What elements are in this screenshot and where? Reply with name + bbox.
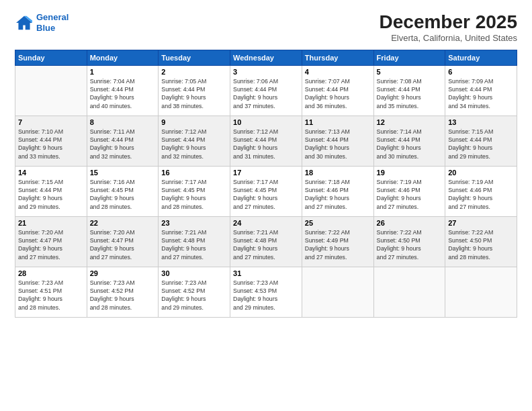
title-block: December 2025 Elverta, California, Unite… [380,12,517,43]
day-number: 31 [233,269,299,277]
calendar-cell: 20Sunrise: 7:19 AMSunset: 4:46 PMDayligh… [445,166,517,216]
day-info: Sunrise: 7:14 AMSunset: 4:44 PMDaylight:… [377,128,443,161]
day-number: 26 [377,219,443,227]
day-number: 30 [161,269,227,277]
day-number: 15 [90,169,156,177]
calendar-cell: 16Sunrise: 7:17 AMSunset: 4:45 PMDayligh… [159,166,230,216]
calendar-header-sunday: Sunday [15,50,87,65]
day-info: Sunrise: 7:19 AMSunset: 4:46 PMDaylight:… [377,178,443,211]
day-number: 11 [305,118,371,126]
day-info: Sunrise: 7:04 AMSunset: 4:44 PMDaylight:… [90,77,156,110]
calendar-cell: 13Sunrise: 7:15 AMSunset: 4:44 PMDayligh… [445,116,517,166]
calendar-week-row: 28Sunrise: 7:23 AMSunset: 4:51 PMDayligh… [15,267,517,317]
calendar-cell: 2Sunrise: 7:05 AMSunset: 4:44 PMDaylight… [159,65,230,116]
calendar-cell: 18Sunrise: 7:18 AMSunset: 4:46 PMDayligh… [302,166,373,216]
subtitle: Elverta, California, United States [380,33,517,43]
calendar-week-row: 21Sunrise: 7:20 AMSunset: 4:47 PMDayligh… [15,216,517,267]
calendar-cell: 29Sunrise: 7:23 AMSunset: 4:52 PMDayligh… [87,267,159,317]
day-number: 29 [90,269,156,277]
day-info: Sunrise: 7:22 AMSunset: 4:50 PMDaylight:… [448,228,514,261]
calendar-cell: 14Sunrise: 7:15 AMSunset: 4:44 PMDayligh… [15,166,87,216]
calendar-cell: 1Sunrise: 7:04 AMSunset: 4:44 PMDaylight… [87,65,159,116]
day-info: Sunrise: 7:20 AMSunset: 4:47 PMDaylight:… [90,228,156,261]
day-info: Sunrise: 7:21 AMSunset: 4:48 PMDaylight:… [161,228,227,261]
day-info: Sunrise: 7:23 AMSunset: 4:52 PMDaylight:… [161,279,227,312]
day-number: 13 [448,118,514,126]
calendar-header-monday: Monday [87,50,159,65]
day-number: 4 [305,68,371,76]
day-number: 21 [18,219,84,227]
calendar-cell [373,267,445,317]
calendar-header-wednesday: Wednesday [230,50,302,65]
logo-line2: Blue [36,23,55,33]
day-number: 16 [161,169,227,177]
logo-line1: General [36,12,69,22]
day-number: 25 [305,219,371,227]
day-number: 27 [448,219,514,227]
calendar-cell: 12Sunrise: 7:14 AMSunset: 4:44 PMDayligh… [373,116,445,166]
calendar-cell: 17Sunrise: 7:17 AMSunset: 4:45 PMDayligh… [230,166,302,216]
calendar-cell [15,65,87,116]
day-number: 6 [448,68,514,76]
day-info: Sunrise: 7:21 AMSunset: 4:48 PMDaylight:… [233,228,299,261]
calendar-cell: 15Sunrise: 7:16 AMSunset: 4:45 PMDayligh… [87,166,159,216]
day-info: Sunrise: 7:10 AMSunset: 4:44 PMDaylight:… [18,128,84,161]
day-info: Sunrise: 7:09 AMSunset: 4:44 PMDaylight:… [448,77,514,110]
calendar-cell: 21Sunrise: 7:20 AMSunset: 4:47 PMDayligh… [15,216,87,267]
day-number: 1 [90,68,156,76]
calendar-cell [445,267,517,317]
day-info: Sunrise: 7:20 AMSunset: 4:47 PMDaylight:… [18,228,84,261]
day-number: 23 [161,219,227,227]
day-number: 18 [305,169,371,177]
calendar-cell: 4Sunrise: 7:07 AMSunset: 4:44 PMDaylight… [302,65,373,116]
day-info: Sunrise: 7:15 AMSunset: 4:44 PMDaylight:… [18,178,84,211]
day-number: 17 [233,169,299,177]
calendar-week-row: 14Sunrise: 7:15 AMSunset: 4:44 PMDayligh… [15,166,517,216]
calendar-cell: 8Sunrise: 7:11 AMSunset: 4:44 PMDaylight… [87,116,159,166]
day-info: Sunrise: 7:17 AMSunset: 4:45 PMDaylight:… [161,178,227,211]
day-info: Sunrise: 7:17 AMSunset: 4:45 PMDaylight:… [233,178,299,211]
day-info: Sunrise: 7:23 AMSunset: 4:53 PMDaylight:… [233,279,299,312]
calendar-cell: 11Sunrise: 7:13 AMSunset: 4:44 PMDayligh… [302,116,373,166]
calendar-cell: 31Sunrise: 7:23 AMSunset: 4:53 PMDayligh… [230,267,302,317]
day-info: Sunrise: 7:15 AMSunset: 4:44 PMDaylight:… [448,128,514,161]
calendar-header-saturday: Saturday [445,50,517,65]
calendar-cell: 10Sunrise: 7:12 AMSunset: 4:44 PMDayligh… [230,116,302,166]
calendar-week-row: 7Sunrise: 7:10 AMSunset: 4:44 PMDaylight… [15,116,517,166]
calendar-cell: 5Sunrise: 7:08 AMSunset: 4:44 PMDaylight… [373,65,445,116]
day-number: 28 [18,269,84,277]
day-info: Sunrise: 7:18 AMSunset: 4:46 PMDaylight:… [305,178,371,211]
calendar-cell: 28Sunrise: 7:23 AMSunset: 4:51 PMDayligh… [15,267,87,317]
day-info: Sunrise: 7:23 AMSunset: 4:52 PMDaylight:… [90,279,156,312]
day-info: Sunrise: 7:22 AMSunset: 4:49 PMDaylight:… [305,228,371,261]
day-info: Sunrise: 7:06 AMSunset: 4:44 PMDaylight:… [233,77,299,110]
header: General Blue December 2025 Elverta, Cali… [15,12,517,43]
calendar-header-friday: Friday [373,50,445,65]
day-number: 3 [233,68,299,76]
logo-icon [15,15,34,31]
day-number: 8 [90,118,156,126]
calendar-cell: 26Sunrise: 7:22 AMSunset: 4:50 PMDayligh… [373,216,445,267]
day-number: 7 [18,118,84,126]
calendar-cell [302,267,373,317]
calendar-cell: 6Sunrise: 7:09 AMSunset: 4:44 PMDaylight… [445,65,517,116]
calendar-header-row: SundayMondayTuesdayWednesdayThursdayFrid… [15,50,517,65]
day-info: Sunrise: 7:12 AMSunset: 4:44 PMDaylight:… [161,128,227,161]
day-info: Sunrise: 7:19 AMSunset: 4:46 PMDaylight:… [448,178,514,211]
calendar-cell: 7Sunrise: 7:10 AMSunset: 4:44 PMDaylight… [15,116,87,166]
day-number: 10 [233,118,299,126]
day-number: 22 [90,219,156,227]
calendar-cell: 30Sunrise: 7:23 AMSunset: 4:52 PMDayligh… [159,267,230,317]
logo-text: General Blue [36,12,69,33]
calendar-week-row: 1Sunrise: 7:04 AMSunset: 4:44 PMDaylight… [15,65,517,116]
day-info: Sunrise: 7:07 AMSunset: 4:44 PMDaylight:… [305,77,371,110]
day-info: Sunrise: 7:16 AMSunset: 4:45 PMDaylight:… [90,178,156,211]
calendar-cell: 19Sunrise: 7:19 AMSunset: 4:46 PMDayligh… [373,166,445,216]
calendar-cell: 23Sunrise: 7:21 AMSunset: 4:48 PMDayligh… [159,216,230,267]
calendar-header-tuesday: Tuesday [159,50,230,65]
day-number: 14 [18,169,84,177]
day-number: 9 [161,118,227,126]
day-number: 5 [377,68,443,76]
day-info: Sunrise: 7:08 AMSunset: 4:44 PMDaylight:… [377,77,443,110]
calendar-header-thursday: Thursday [302,50,373,65]
